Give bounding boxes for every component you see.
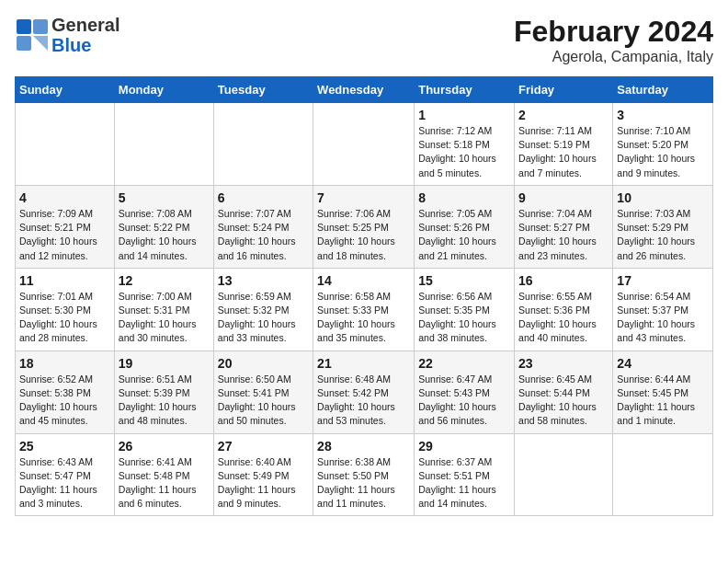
day-number: 14: [317, 273, 410, 288]
calendar-cell: 7Sunrise: 7:06 AM Sunset: 5:25 PM Daylig…: [313, 185, 415, 268]
calendar-cell: 18Sunrise: 6:52 AM Sunset: 5:38 PM Dayli…: [16, 350, 115, 433]
day-number: 17: [617, 273, 709, 288]
day-number: 6: [218, 190, 309, 205]
day-detail: Sunrise: 7:08 AM Sunset: 5:22 PM Dayligh…: [119, 207, 210, 263]
day-detail: Sunrise: 6:51 AM Sunset: 5:39 PM Dayligh…: [119, 373, 210, 429]
calendar-cell: [515, 433, 613, 516]
calendar-cell: 14Sunrise: 6:58 AM Sunset: 5:33 PM Dayli…: [313, 268, 415, 350]
calendar-cell: 22Sunrise: 6:47 AM Sunset: 5:43 PM Dayli…: [415, 350, 515, 433]
day-number: 21: [317, 356, 410, 371]
calendar-cell: [313, 103, 415, 186]
logo-blue: Blue: [51, 35, 119, 55]
day-detail: Sunrise: 6:47 AM Sunset: 5:43 PM Dayligh…: [418, 373, 510, 429]
svg-rect-2: [17, 36, 31, 51]
svg-marker-3: [33, 36, 48, 51]
calendar-cell: 13Sunrise: 6:59 AM Sunset: 5:32 PM Dayli…: [213, 268, 313, 350]
calendar-cell: 16Sunrise: 6:55 AM Sunset: 5:36 PM Dayli…: [515, 268, 613, 350]
calendar-cell: 9Sunrise: 7:04 AM Sunset: 5:27 PM Daylig…: [515, 185, 613, 268]
day-detail: Sunrise: 7:10 AM Sunset: 5:20 PM Dayligh…: [617, 124, 709, 180]
day-detail: Sunrise: 6:48 AM Sunset: 5:42 PM Dayligh…: [317, 373, 410, 429]
calendar-cell: 20Sunrise: 6:50 AM Sunset: 5:41 PM Dayli…: [213, 350, 313, 433]
day-detail: Sunrise: 6:52 AM Sunset: 5:38 PM Dayligh…: [19, 373, 110, 429]
calendar-cell: 19Sunrise: 6:51 AM Sunset: 5:39 PM Dayli…: [114, 350, 213, 433]
day-number: 11: [19, 273, 110, 288]
calendar-header-row: SundayMondayTuesdayWednesdayThursdayFrid…: [16, 77, 713, 103]
calendar-cell: 12Sunrise: 7:00 AM Sunset: 5:31 PM Dayli…: [114, 268, 213, 350]
calendar-cell: 4Sunrise: 7:09 AM Sunset: 5:21 PM Daylig…: [16, 185, 115, 268]
calendar-cell: 1Sunrise: 7:12 AM Sunset: 5:18 PM Daylig…: [415, 103, 515, 186]
calendar-cell: [613, 433, 713, 516]
page-header: General Blue February 2024 Agerola, Camp…: [15, 15, 713, 65]
day-detail: Sunrise: 6:50 AM Sunset: 5:41 PM Dayligh…: [218, 373, 309, 429]
day-detail: Sunrise: 6:41 AM Sunset: 5:48 PM Dayligh…: [119, 455, 210, 511]
day-detail: Sunrise: 7:07 AM Sunset: 5:24 PM Dayligh…: [218, 207, 309, 263]
day-number: 4: [19, 190, 110, 205]
calendar-cell: 8Sunrise: 7:05 AM Sunset: 5:26 PM Daylig…: [415, 185, 515, 268]
day-detail: Sunrise: 7:12 AM Sunset: 5:18 PM Dayligh…: [418, 124, 510, 180]
day-number: 9: [518, 190, 609, 205]
calendar-cell: 23Sunrise: 6:45 AM Sunset: 5:44 PM Dayli…: [515, 350, 613, 433]
day-number: 16: [518, 273, 609, 288]
calendar-cell: 3Sunrise: 7:10 AM Sunset: 5:20 PM Daylig…: [613, 103, 713, 186]
logo-general: General: [51, 15, 119, 35]
svg-rect-0: [17, 19, 31, 34]
day-detail: Sunrise: 7:11 AM Sunset: 5:19 PM Dayligh…: [518, 124, 609, 180]
day-detail: Sunrise: 6:40 AM Sunset: 5:49 PM Dayligh…: [218, 455, 309, 511]
weekday-header-thursday: Thursday: [415, 77, 515, 103]
day-number: 12: [119, 273, 210, 288]
calendar-table: SundayMondayTuesdayWednesdayThursdayFrid…: [15, 76, 713, 516]
calendar-cell: 10Sunrise: 7:03 AM Sunset: 5:29 PM Dayli…: [613, 185, 713, 268]
day-detail: Sunrise: 7:01 AM Sunset: 5:30 PM Dayligh…: [19, 290, 110, 346]
calendar-week-row: 1Sunrise: 7:12 AM Sunset: 5:18 PM Daylig…: [16, 103, 713, 186]
day-number: 18: [19, 356, 110, 371]
calendar-cell: 26Sunrise: 6:41 AM Sunset: 5:48 PM Dayli…: [114, 433, 213, 516]
calendar-cell: [114, 103, 213, 186]
calendar-cell: 28Sunrise: 6:38 AM Sunset: 5:50 PM Dayli…: [313, 433, 415, 516]
day-number: 27: [218, 439, 309, 454]
weekday-header-tuesday: Tuesday: [213, 77, 313, 103]
day-detail: Sunrise: 6:54 AM Sunset: 5:37 PM Dayligh…: [617, 290, 709, 346]
calendar-cell: 25Sunrise: 6:43 AM Sunset: 5:47 PM Dayli…: [16, 433, 115, 516]
weekday-header-friday: Friday: [515, 77, 613, 103]
calendar-cell: 21Sunrise: 6:48 AM Sunset: 5:42 PM Dayli…: [313, 350, 415, 433]
day-detail: Sunrise: 6:44 AM Sunset: 5:45 PM Dayligh…: [617, 373, 709, 429]
weekday-header-sunday: Sunday: [16, 77, 115, 103]
day-number: 26: [119, 439, 210, 454]
calendar-cell: 6Sunrise: 7:07 AM Sunset: 5:24 PM Daylig…: [213, 185, 313, 268]
day-detail: Sunrise: 7:05 AM Sunset: 5:26 PM Dayligh…: [418, 207, 510, 263]
calendar-cell: [213, 103, 313, 186]
calendar-cell: 24Sunrise: 6:44 AM Sunset: 5:45 PM Dayli…: [613, 350, 713, 433]
calendar-cell: 2Sunrise: 7:11 AM Sunset: 5:19 PM Daylig…: [515, 103, 613, 186]
day-detail: Sunrise: 7:06 AM Sunset: 5:25 PM Dayligh…: [317, 207, 410, 263]
day-number: 2: [518, 108, 609, 122]
day-detail: Sunrise: 7:09 AM Sunset: 5:21 PM Dayligh…: [19, 207, 110, 263]
day-number: 20: [218, 356, 309, 371]
day-detail: Sunrise: 6:43 AM Sunset: 5:47 PM Dayligh…: [19, 455, 110, 511]
calendar-cell: 11Sunrise: 7:01 AM Sunset: 5:30 PM Dayli…: [16, 268, 115, 350]
day-number: 28: [317, 439, 410, 454]
day-detail: Sunrise: 6:37 AM Sunset: 5:51 PM Dayligh…: [418, 455, 510, 511]
day-detail: Sunrise: 6:59 AM Sunset: 5:32 PM Dayligh…: [218, 290, 309, 346]
logo: General Blue: [15, 15, 119, 55]
day-number: 8: [418, 190, 510, 205]
calendar-week-row: 25Sunrise: 6:43 AM Sunset: 5:47 PM Dayli…: [16, 433, 713, 516]
calendar-cell: [16, 103, 115, 186]
day-number: 13: [218, 273, 309, 288]
calendar-week-row: 18Sunrise: 6:52 AM Sunset: 5:38 PM Dayli…: [16, 350, 713, 433]
calendar-cell: 27Sunrise: 6:40 AM Sunset: 5:49 PM Dayli…: [213, 433, 313, 516]
day-detail: Sunrise: 7:03 AM Sunset: 5:29 PM Dayligh…: [617, 207, 709, 263]
weekday-header-monday: Monday: [114, 77, 213, 103]
day-number: 29: [418, 439, 510, 454]
day-number: 15: [418, 273, 510, 288]
day-detail: Sunrise: 6:45 AM Sunset: 5:44 PM Dayligh…: [518, 373, 609, 429]
day-number: 10: [617, 190, 709, 205]
day-number: 25: [19, 439, 110, 454]
calendar-cell: 29Sunrise: 6:37 AM Sunset: 5:51 PM Dayli…: [415, 433, 515, 516]
svg-rect-1: [33, 19, 48, 34]
calendar-week-row: 4Sunrise: 7:09 AM Sunset: 5:21 PM Daylig…: [16, 185, 713, 268]
weekday-header-saturday: Saturday: [613, 77, 713, 103]
calendar-cell: 5Sunrise: 7:08 AM Sunset: 5:22 PM Daylig…: [114, 185, 213, 268]
page-title: February 2024: [514, 15, 713, 49]
day-detail: Sunrise: 6:55 AM Sunset: 5:36 PM Dayligh…: [518, 290, 609, 346]
day-number: 19: [119, 356, 210, 371]
